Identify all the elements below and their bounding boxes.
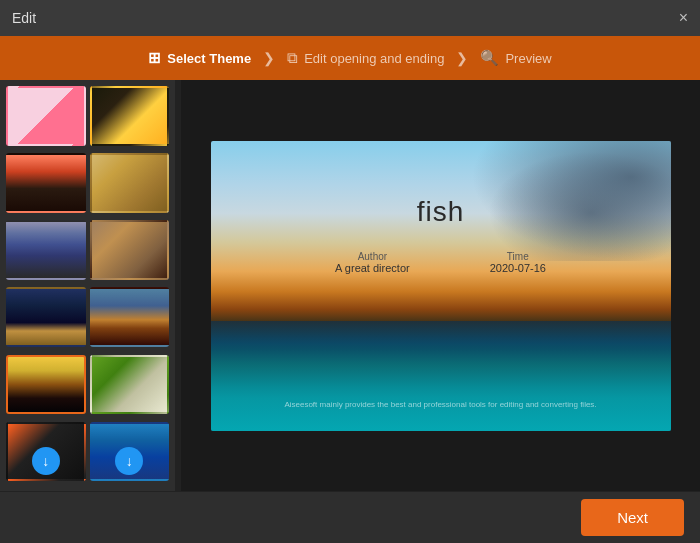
- step-separator-2: ❯: [456, 50, 468, 66]
- thumbnail-8[interactable]: [90, 287, 170, 347]
- time-block: Time 2020-07-16: [490, 251, 546, 274]
- preview-card: fish Author A great director Time 2020-0…: [211, 141, 671, 431]
- step-preview[interactable]: 🔍 Preview: [480, 49, 551, 67]
- main-content: ↓↓ fish Author A great director Time 202…: [0, 80, 700, 491]
- title-bar: Edit ×: [0, 0, 700, 36]
- preview-meta: Author A great director Time 2020-07-16: [211, 251, 671, 274]
- thumbnail-7[interactable]: [6, 287, 86, 347]
- step-separator-1: ❯: [263, 50, 275, 66]
- step-preview-label: Preview: [505, 51, 551, 66]
- bottom-bar: Next: [0, 491, 700, 543]
- step-bar: ⊞ Select Theme ❯ ⧉ Edit opening and endi…: [0, 36, 700, 80]
- preview-panel: fish Author A great director Time 2020-0…: [181, 80, 700, 491]
- dialog-title: Edit: [12, 10, 36, 26]
- step-edit-opening-label: Edit opening and ending: [304, 51, 444, 66]
- thumbnail-4[interactable]: [90, 153, 170, 213]
- preview-icon: 🔍: [480, 49, 499, 67]
- edit-opening-icon: ⧉: [287, 49, 298, 67]
- thumbnail-6[interactable]: [90, 220, 170, 280]
- select-theme-icon: ⊞: [148, 49, 161, 67]
- time-value: 2020-07-16: [490, 262, 546, 274]
- thumbnail-5[interactable]: [6, 220, 86, 280]
- download-icon-12: ↓: [115, 447, 143, 475]
- time-label: Time: [490, 251, 546, 262]
- thumbnail-10[interactable]: [90, 355, 170, 415]
- step-edit-opening[interactable]: ⧉ Edit opening and ending: [287, 49, 444, 67]
- thumbnail-3[interactable]: [6, 153, 86, 213]
- thumbnail-9[interactable]: [6, 355, 86, 415]
- author-label: Author: [335, 251, 410, 262]
- preview-title: fish: [211, 196, 671, 228]
- author-block: Author A great director: [335, 251, 410, 274]
- thumbnail-panel: ↓↓: [0, 80, 175, 491]
- thumbnail-1[interactable]: [6, 86, 86, 146]
- download-icon-11: ↓: [32, 447, 60, 475]
- preview-footer: Aiseesoft mainly provides the best and p…: [211, 400, 671, 409]
- thumbnail-12[interactable]: ↓: [90, 422, 170, 482]
- thumbnail-2[interactable]: [90, 86, 170, 146]
- next-button[interactable]: Next: [581, 499, 684, 536]
- close-button[interactable]: ×: [679, 10, 688, 26]
- step-select-theme-label: Select Theme: [167, 51, 251, 66]
- thumbnail-11[interactable]: ↓: [6, 422, 86, 482]
- preview-water: [211, 321, 671, 431]
- step-select-theme[interactable]: ⊞ Select Theme: [148, 49, 251, 67]
- author-value: A great director: [335, 262, 410, 274]
